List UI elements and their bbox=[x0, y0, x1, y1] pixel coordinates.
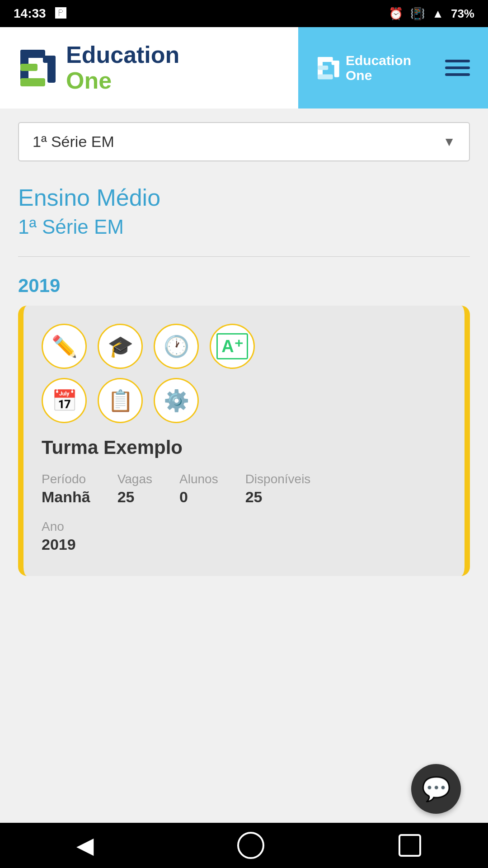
card-stats-row: Período Manhã Vagas 25 Alunos 0 Disponív… bbox=[42, 472, 446, 506]
svg-rect-2 bbox=[20, 64, 38, 71]
header-nav-area: Education One bbox=[298, 27, 488, 108]
hamburger-line-1 bbox=[445, 60, 470, 62]
vibrate-icon: 📳 bbox=[410, 7, 425, 21]
stat-disponiveis-value: 25 bbox=[245, 488, 311, 506]
main-content: 1ª Série EM ▼ Ensino Médio 1ª Série EM 2… bbox=[0, 108, 488, 823]
recents-button[interactable] bbox=[399, 834, 421, 857]
year-label: 2019 bbox=[18, 275, 470, 297]
ensino-medio-title: Ensino Médio bbox=[18, 184, 470, 211]
checklist-button[interactable]: 📋 bbox=[98, 378, 143, 423]
svg-rect-5 bbox=[43, 56, 56, 63]
stat-alunos-value: 0 bbox=[179, 488, 218, 506]
icon-row-2: 📅 📋 ⚙️ bbox=[42, 378, 446, 423]
dropdown-selected-text: 1ª Série EM bbox=[33, 133, 114, 151]
stat-periodo-value: Manhã bbox=[42, 488, 90, 506]
icon-row-1: ✏️ 🎓 🕐 A⁺ bbox=[42, 324, 446, 369]
status-right: ⏰ 📳 ▲ 73% bbox=[389, 7, 474, 21]
bottom-navigation: ◀ bbox=[0, 823, 488, 868]
small-logo-text: Education One bbox=[346, 53, 411, 83]
stat-vagas: Vagas 25 bbox=[117, 472, 152, 506]
small-logo-icon bbox=[316, 56, 341, 80]
settings-button[interactable]: ⚙️ bbox=[154, 378, 199, 423]
turma-card: ✏️ 🎓 🕐 A⁺ 📅 📋 ⚙️ Turma Exemplo Período M… bbox=[18, 306, 470, 576]
stat-disponiveis: Disponíveis 25 bbox=[245, 472, 311, 506]
hamburger-menu[interactable] bbox=[445, 60, 470, 76]
stat-vagas-value: 25 bbox=[117, 488, 152, 506]
svg-rect-1 bbox=[20, 50, 45, 58]
svg-rect-11 bbox=[332, 61, 339, 65]
header-small-logo: Education One bbox=[316, 53, 411, 83]
svg-rect-7 bbox=[318, 57, 333, 62]
stat-alunos: Alunos 0 bbox=[179, 472, 218, 506]
status-bar: 14:33 🅿 ⏰ 📳 ▲ 73% bbox=[0, 0, 488, 27]
chat-icon: 💬 bbox=[422, 775, 451, 803]
svg-rect-9 bbox=[318, 74, 333, 79]
wifi-icon: ▲ bbox=[432, 7, 444, 21]
home-button[interactable] bbox=[237, 832, 264, 859]
edit-button[interactable]: ✏️ bbox=[42, 324, 87, 369]
svg-rect-8 bbox=[318, 66, 328, 70]
logo-text-one: One bbox=[66, 68, 179, 94]
card-turma-title: Turma Exemplo bbox=[42, 437, 446, 458]
stat-periodo-label: Período bbox=[42, 472, 90, 486]
status-left: 14:33 🅿 bbox=[14, 6, 66, 21]
header: Education One Education One bbox=[0, 27, 488, 108]
stat-vagas-label: Vagas bbox=[117, 472, 152, 486]
back-button[interactable]: ◀ bbox=[67, 827, 103, 863]
graduation-button[interactable]: 🎓 bbox=[98, 324, 143, 369]
dropdown-arrow-icon: ▼ bbox=[443, 135, 455, 149]
pandora-icon: 🅿 bbox=[55, 7, 66, 20]
card-year-section: Ano 2019 bbox=[42, 519, 446, 553]
serie-em-subtitle: 1ª Série EM bbox=[18, 216, 470, 238]
calendar-button[interactable]: 📅 bbox=[42, 378, 87, 423]
grade-button[interactable]: A⁺ bbox=[210, 324, 255, 369]
stat-periodo: Período Manhã bbox=[42, 472, 90, 506]
chat-fab[interactable]: 💬 bbox=[411, 764, 461, 814]
stat-alunos-label: Alunos bbox=[179, 472, 218, 486]
logo-text: Education One bbox=[66, 42, 179, 94]
logo-icon bbox=[18, 47, 59, 88]
alarm-icon: ⏰ bbox=[389, 7, 403, 21]
series-dropdown[interactable]: 1ª Série EM ▼ bbox=[18, 122, 470, 161]
divider bbox=[18, 256, 470, 257]
battery-display: 73% bbox=[451, 7, 474, 21]
header-logo-area: Education One bbox=[0, 27, 298, 108]
logo-container: Education One bbox=[18, 42, 179, 94]
card-year-value: 2019 bbox=[42, 536, 446, 553]
stat-disponiveis-label: Disponíveis bbox=[245, 472, 311, 486]
svg-rect-3 bbox=[20, 78, 45, 86]
hamburger-line-3 bbox=[445, 73, 470, 76]
logo-text-education: Education bbox=[66, 42, 179, 68]
time-display: 14:33 bbox=[14, 6, 46, 21]
hamburger-line-2 bbox=[445, 66, 470, 69]
clock-button[interactable]: 🕐 bbox=[154, 324, 199, 369]
card-year-label: Ano bbox=[42, 519, 446, 534]
